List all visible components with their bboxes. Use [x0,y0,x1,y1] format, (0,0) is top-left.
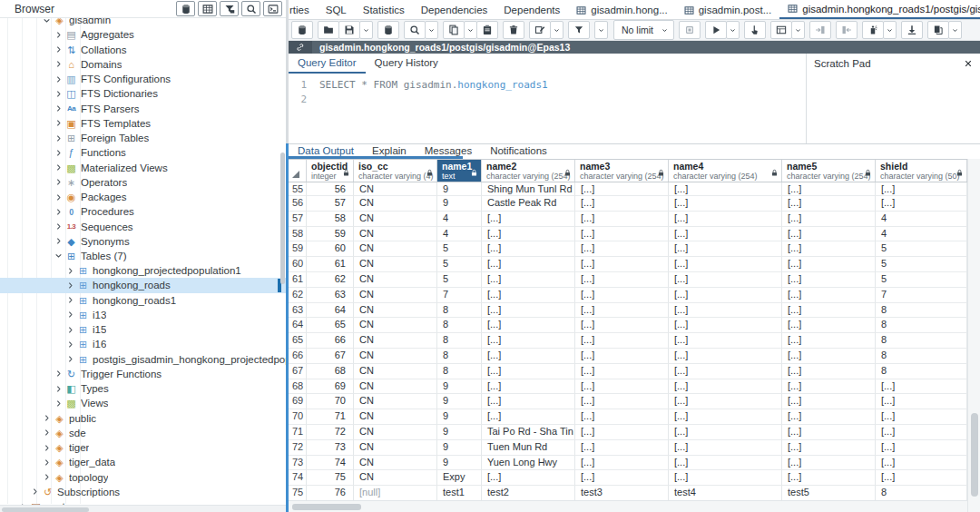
cell[interactable]: test4 [669,486,782,500]
save-button[interactable] [338,21,360,39]
tree-item-procedures[interactable]: ()Procedures [0,204,286,219]
cell[interactable]: test2 [482,486,575,500]
column-header-objectid[interactable]: objectidinteger [307,160,354,182]
macro-button[interactable] [927,21,949,39]
tree-item-synonyms[interactable]: ◆Synonyms [0,234,286,249]
tab-rties[interactable]: rties [289,0,318,20]
row-number[interactable]: 58 [289,227,307,242]
cell[interactable]: [...] [575,272,669,288]
cell[interactable]: test3 [575,486,669,500]
cell[interactable]: [...] [575,257,669,272]
cell[interactable]: CN [354,333,437,349]
sidebar-vertical-scrollbar[interactable] [280,153,285,284]
tree-item-subscriptions[interactable]: ↺Subscriptions [0,485,286,499]
cell[interactable]: 9 [437,456,482,471]
cell[interactable]: 7 [437,288,482,303]
tree-item-packages[interactable]: ◉Packages [0,190,286,204]
cell[interactable]: Tai Po Rd - Sha Tin [482,425,575,440]
tab-notifications[interactable]: Notifications [481,144,556,159]
tree-item-materialized-views[interactable]: ▩Materialized Views [0,160,286,174]
chevron-right-icon[interactable] [54,162,64,172]
cell[interactable]: 65 [307,318,354,333]
chevron-right-icon[interactable] [66,325,76,335]
tree-item-i16[interactable]: ⊞i16 [0,337,286,351]
tab-sql[interactable]: SQL [318,0,355,20]
chevron-right-icon[interactable] [54,74,64,84]
cell[interactable]: 8 [876,364,967,379]
execute-options-button[interactable] [726,21,740,39]
row-number[interactable]: 74 [289,470,307,486]
rollback-button[interactable] [836,21,858,39]
cell[interactable]: 64 [307,303,354,319]
filter-options-button[interactable] [594,21,608,39]
cell[interactable]: 71 [307,409,354,425]
cell[interactable]: [...] [782,318,876,333]
find-button[interactable] [404,21,426,39]
chevron-right-icon[interactable] [54,384,64,394]
grid-horizontal-scroll-thumb[interactable] [292,504,361,510]
cell[interactable]: [...] [782,196,876,212]
cell[interactable]: 8 [876,318,967,333]
cell[interactable]: 9 [437,409,482,425]
chevron-right-icon[interactable] [66,354,76,364]
tree-item-aggregates[interactable]: ▤Aggregates [0,27,286,42]
cell[interactable]: [...] [482,394,575,409]
scratch-pad-input[interactable] [807,74,980,143]
cell[interactable]: 74 [307,456,354,471]
row-number[interactable]: 66 [289,349,307,364]
cell[interactable]: 5 [437,272,482,288]
chevron-right-icon[interactable] [31,487,41,497]
cell[interactable]: [...] [669,409,782,425]
cell[interactable]: CN [354,425,437,440]
column-header-shield[interactable]: shieldcharacter varying (50) [876,160,967,182]
cell[interactable]: 4 [876,212,967,227]
sidebar-horizontal-scroll-thumb[interactable] [2,507,89,512]
cell[interactable]: [...] [575,182,669,196]
cell[interactable]: [...] [575,227,669,242]
cell[interactable]: Tuen Mun Rd [482,440,575,456]
cell[interactable]: CN [354,227,437,242]
cell[interactable]: 5 [876,272,967,288]
chevron-right-icon[interactable] [66,340,76,350]
chevron-right-icon[interactable] [54,44,64,54]
cell[interactable]: [...] [782,379,876,395]
chevron-right-icon[interactable] [54,103,64,113]
cell[interactable]: [...] [482,409,575,425]
chevron-right-icon[interactable] [66,295,76,305]
chevron-right-icon[interactable] [54,192,64,202]
cell[interactable]: [...] [782,257,876,272]
cell[interactable]: 75 [307,470,354,486]
cell[interactable]: 4 [876,227,967,242]
chevron-right-icon[interactable] [54,207,64,217]
cell[interactable]: [...] [482,212,575,227]
tab-gisadmin-post[interactable]: gisadmin.post... [676,0,780,20]
tree-item-tiger[interactable]: ◈tiger [0,440,286,455]
cell[interactable]: 63 [307,288,354,303]
cell[interactable]: [...] [669,470,782,486]
cell[interactable]: [...] [482,349,575,364]
save-options-button[interactable] [359,21,373,39]
tree-item-fts-parsers[interactable]: AaFTS Parsers [0,101,286,115]
cell[interactable]: 69 [307,379,354,395]
cell[interactable]: 62 [307,272,354,288]
chevron-right-icon[interactable] [66,281,76,290]
tree-item-sde[interactable]: ◈sde [0,426,286,440]
tree-item-i13[interactable]: ⊞i13 [0,308,286,322]
cell[interactable]: test1 [437,486,482,500]
cell[interactable]: [...] [575,303,669,319]
chevron-right-icon[interactable] [43,413,53,423]
cell[interactable]: 5 [437,241,482,257]
tree-item-topology[interactable]: ◈topology [0,469,286,484]
column-header-name3[interactable]: name3character varying (254) [575,160,669,182]
cell[interactable]: CN [354,470,437,486]
cell[interactable]: Yuen Long Hwy [482,456,575,471]
cell[interactable]: [...] [782,425,876,440]
edit-button[interactable] [529,21,551,39]
cell[interactable]: CN [354,257,437,272]
row-number[interactable]: 75 [289,486,307,500]
cell[interactable]: [...] [482,470,575,486]
cell[interactable]: CN [354,318,437,333]
tree-item-operators[interactable]: ∗Operators [0,175,286,190]
cell[interactable]: [...] [575,349,669,364]
chevron-right-icon[interactable] [54,89,64,99]
